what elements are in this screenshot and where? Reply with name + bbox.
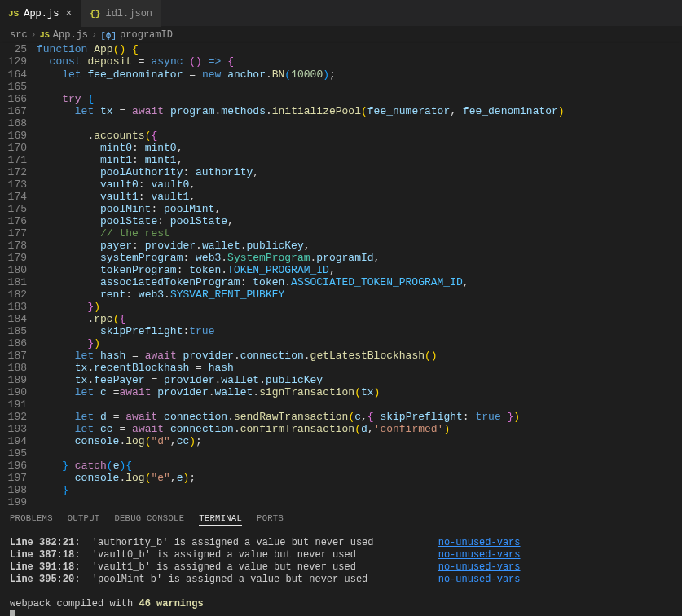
tab-output[interactable]: OUTPUT: [68, 513, 100, 526]
tab-debug-console[interactable]: DEBUG CONSOLE: [114, 513, 184, 526]
code-line[interactable]: tokenProgram: token.TOKEN_PROGRAM_ID,: [37, 264, 682, 276]
line-number: 177: [0, 227, 27, 240]
line-number: 178: [0, 240, 27, 252]
code-line[interactable]: rent: web3.SYSVAR_RENT_PUBKEY: [37, 288, 682, 301]
code-line[interactable]: let tx = await program.methods.initializ…: [37, 105, 682, 117]
code-line[interactable]: associatedTokenProgram: token.ASSOCIATED…: [37, 276, 682, 288]
line-number: 179: [0, 252, 27, 264]
tab-ports[interactable]: PORTS: [257, 513, 284, 526]
eslint-rule-link[interactable]: no-unused-vars: [438, 561, 521, 573]
panel-tabs: PROBLEMS OUTPUT DEBUG CONSOLE TERMINAL P…: [0, 508, 682, 530]
line-number: 182: [0, 288, 27, 301]
line-number: 198: [0, 484, 27, 496]
line-number: 193: [0, 423, 27, 435]
code-line[interactable]: let c =await provider.wallet.signTransac…: [37, 386, 682, 398]
code-line[interactable]: [37, 81, 682, 93]
line-number: 192: [0, 411, 27, 423]
terminal-summary: webpack compiled with 46 warnings: [10, 598, 672, 610]
code-line[interactable]: [37, 117, 682, 130]
line-number: 197: [0, 472, 27, 484]
sticky-scroll[interactable]: 25function App() {129 const deposit = as…: [0, 43, 682, 68]
terminal-panel[interactable]: Line 382:21: 'authority_b' is assigned a…: [0, 530, 682, 616]
code-line[interactable]: }): [37, 301, 682, 313]
line-number: 172: [0, 166, 27, 178]
breadcrumb-symbol[interactable]: programID: [120, 29, 173, 41]
code-line[interactable]: // the rest: [37, 227, 682, 240]
code-line[interactable]: [37, 496, 682, 508]
code-line[interactable]: try {: [37, 93, 682, 105]
code-line[interactable]: const deposit = async () => {: [37, 55, 682, 68]
code-line[interactable]: let cc = await connection.confirmTransac…: [37, 423, 682, 435]
line-number: 176: [0, 215, 27, 227]
code-line[interactable]: poolAuthority: authority,: [37, 166, 682, 178]
line-number: 169: [0, 130, 27, 142]
close-icon[interactable]: ×: [64, 7, 73, 20]
line-number: 187: [0, 350, 27, 362]
tab-terminal[interactable]: TERMINAL: [199, 513, 242, 526]
js-icon: JS: [40, 31, 50, 40]
tab-problems[interactable]: PROBLEMS: [10, 513, 53, 526]
terminal-prompt[interactable]: [10, 610, 672, 616]
code-line[interactable]: }: [37, 484, 682, 496]
line-number: 183: [0, 301, 27, 313]
code-line[interactable]: mint0: mint0,: [37, 142, 682, 154]
line-number: 190: [0, 386, 27, 398]
tab-app-js[interactable]: JS App.js ×: [0, 0, 81, 27]
line-number: 171: [0, 154, 27, 166]
code-line[interactable]: .rpc({: [37, 313, 682, 325]
eslint-rule-link[interactable]: no-unused-vars: [438, 549, 521, 561]
line-number: 188: [0, 362, 27, 374]
terminal-line: Line 391:18: 'vault1_b' is assigned a va…: [10, 561, 672, 574]
eslint-rule-link[interactable]: no-unused-vars: [438, 537, 521, 548]
breadcrumb-file[interactable]: App.js: [53, 29, 88, 41]
line-number: 191: [0, 398, 27, 411]
code-line[interactable]: }): [37, 337, 682, 350]
code-line[interactable]: let fee_denominator = new anchor.BN(1000…: [37, 68, 682, 81]
breadcrumb-src[interactable]: src: [10, 29, 28, 41]
code-line[interactable]: [37, 398, 682, 411]
code-line[interactable]: let d = await connection.sendRawTransact…: [37, 411, 682, 423]
code-line[interactable]: mint1: mint1,: [37, 154, 682, 166]
line-number: 167: [0, 105, 27, 117]
code-line[interactable]: poolState: poolState,: [37, 215, 682, 227]
code-line[interactable]: poolMint: poolMint,: [37, 203, 682, 215]
breadcrumb[interactable]: src › JS App.js › [ϕ] programID: [0, 27, 682, 43]
code-line[interactable]: tx.recentBlockhash = hash: [37, 362, 682, 374]
eslint-rule-link[interactable]: no-unused-vars: [438, 574, 521, 585]
line-number: 173: [0, 178, 27, 191]
line-number: 195: [0, 447, 27, 460]
tab-label: idl.json: [105, 8, 152, 20]
line-number: 129: [0, 55, 37, 68]
line-number: 181: [0, 276, 27, 288]
line-number: 165: [0, 81, 27, 93]
line-number: 180: [0, 264, 27, 276]
line-number: 168: [0, 117, 27, 130]
terminal-line: Line 395:20: 'poolMint_b' is assigned a …: [10, 574, 672, 586]
sticky-line[interactable]: 25function App() {: [0, 43, 682, 55]
code-line[interactable]: let hash = await provider.connection.get…: [37, 350, 682, 362]
code-line[interactable]: vault1: vault1,: [37, 191, 682, 203]
code-line[interactable]: function App() {: [37, 43, 682, 55]
code-line[interactable]: console.log("d",cc);: [37, 435, 682, 447]
code-line[interactable]: skipPreflight:true: [37, 325, 682, 337]
tab-idl-json[interactable]: {} idl.json: [81, 0, 161, 27]
code-line[interactable]: tx.feePayer = provider.wallet.publicKey: [37, 374, 682, 386]
code-line[interactable]: .accounts({: [37, 130, 682, 142]
chevron-right-icon: ›: [91, 29, 97, 41]
code-line[interactable]: [37, 447, 682, 460]
code-area[interactable]: let fee_denominator = new anchor.BN(1000…: [37, 68, 682, 508]
code-editor[interactable]: 1641651661671681691701711721731741751761…: [0, 68, 682, 508]
code-line[interactable]: console.log("e",e);: [37, 472, 682, 484]
terminal-line: Line 387:18: 'vault0_b' is assigned a va…: [10, 549, 672, 561]
code-line[interactable]: } catch(e){: [37, 460, 682, 472]
code-line[interactable]: systemProgram: web3.SystemProgram.progra…: [37, 252, 682, 264]
chevron-right-icon: ›: [31, 29, 37, 41]
line-number: 185: [0, 325, 27, 337]
code-line[interactable]: payer: provider.wallet.publicKey,: [37, 240, 682, 252]
line-number: 25: [0, 43, 37, 55]
code-line[interactable]: vault0: vault0,: [37, 178, 682, 191]
line-number: 196: [0, 460, 27, 472]
line-number: 170: [0, 142, 27, 154]
sticky-line[interactable]: 129 const deposit = async () => {: [0, 55, 682, 68]
line-number: 174: [0, 191, 27, 203]
